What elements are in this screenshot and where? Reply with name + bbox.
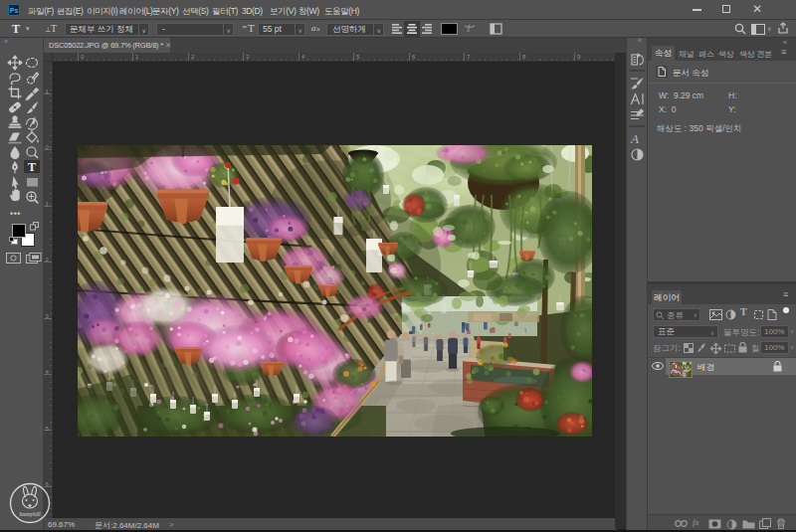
svg-text:bunnyhill: bunnyhill [19, 511, 41, 517]
svg-text:A: A [630, 131, 639, 146]
